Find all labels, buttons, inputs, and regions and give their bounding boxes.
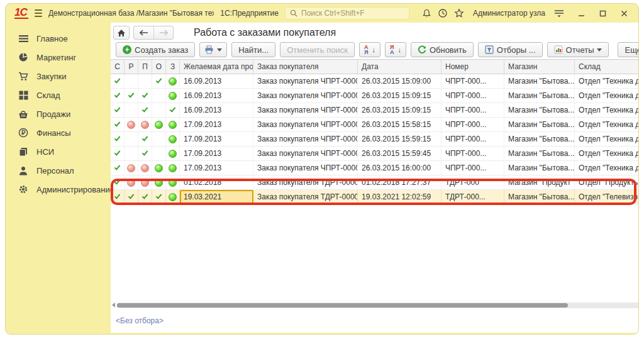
sidebar-item-закупки[interactable]: Закупки <box>6 67 111 86</box>
cell-wish_date[interactable]: 16.09.2013 <box>180 103 253 117</box>
sidebar-item-администрирование[interactable]: Администрирование <box>6 180 111 199</box>
cell-store[interactable]: Магазин "Бытова... <box>504 161 575 175</box>
cell-number[interactable]: ТДРТ-000 <box>441 175 504 189</box>
table-row[interactable]: 17.09.2013Заказ покупателя ЧПРТ-00000...… <box>111 132 639 147</box>
cell-wish_date[interactable]: 01.02.2018 <box>180 175 253 189</box>
notifications-bell-icon[interactable] <box>422 8 431 19</box>
cell-store[interactable]: Магазин "Бытова... <box>504 74 575 88</box>
cell-date[interactable]: 26.03.2015 15:59:45 <box>358 147 441 160</box>
cell-date[interactable]: 26.03.2015 15:09:00 <box>358 74 441 88</box>
sidebar-item-склад[interactable]: Склад <box>6 86 111 104</box>
refresh-button[interactable]: Обновить <box>411 42 474 57</box>
column-header[interactable]: Желаемая дата продажи <box>180 60 253 74</box>
cell-store[interactable]: Магазин "Бытова... <box>504 89 575 103</box>
cell-order[interactable]: Заказ покупателя ЧПРТ-00000... <box>253 74 358 88</box>
cell-number[interactable]: ТДРТ-000... <box>441 190 504 204</box>
cell-order[interactable]: Заказ покупателя ТДРТ-000001... <box>253 190 358 204</box>
cell-number[interactable]: ЧПРТ-000... <box>441 118 504 131</box>
print-button[interactable] <box>199 42 227 57</box>
cell-warehouse[interactable]: Отдел "Техника д <box>575 103 639 117</box>
cell-warehouse[interactable]: Отдел "Телевизо <box>575 190 639 204</box>
table-row[interactable]: 16.09.2013Заказ покупателя ЧПРТ-00000...… <box>111 103 639 118</box>
cell-order[interactable]: Заказ покупателя ЧПРТ-00000... <box>253 89 358 103</box>
table-row[interactable]: 17.09.2013Заказ покупателя ЧПРТ-00000...… <box>111 161 639 175</box>
column-header[interactable]: Склад <box>575 60 639 74</box>
maximize-icon[interactable] <box>597 8 608 19</box>
cell-wish_date[interactable]: 16.09.2013 <box>180 89 253 103</box>
cell-store[interactable]: Магазин "Бытова... <box>504 132 575 146</box>
cell-number[interactable]: ЧПРТ-000... <box>441 161 504 175</box>
cell-store[interactable]: Магазин "Продукт <box>504 175 575 189</box>
table-row[interactable]: 17.09.2013Заказ покупателя ЧПРТ-00000...… <box>111 118 639 132</box>
table-row[interactable]: 01.02.2018Заказ покупателя ТДРТ-00000101… <box>111 175 639 190</box>
column-header[interactable]: С <box>111 60 125 74</box>
cell-warehouse[interactable]: Отдел "Техника д <box>575 161 639 175</box>
cell-number[interactable]: ЧПРТ-000... <box>441 89 504 103</box>
current-user[interactable]: Администратор узла <box>473 9 545 18</box>
cell-warehouse[interactable]: Отдел "Техника д <box>575 89 639 103</box>
sidebar-item-продажи[interactable]: Продажи <box>6 104 111 123</box>
cell-order[interactable]: Заказ покупателя ЧПРТ-00000... <box>253 118 358 131</box>
column-header[interactable]: Магазин <box>504 60 575 74</box>
minimize-icon[interactable] <box>575 8 587 19</box>
back-button[interactable] <box>134 26 153 39</box>
column-header[interactable]: Заказ покупателя <box>253 60 358 74</box>
sidebar-item-финансы[interactable]: Финансы <box>6 123 111 142</box>
cell-store[interactable]: Магазин "Бытова... <box>504 190 575 204</box>
create-order-button[interactable]: + Создать заказ <box>116 42 195 57</box>
service-menu-icon[interactable] <box>554 8 564 19</box>
scrollbar-track[interactable] <box>116 303 639 308</box>
table-row[interactable]: 19.03.2021Заказ покупателя ТДРТ-000001..… <box>111 190 639 204</box>
main-menu-icon[interactable] <box>35 9 42 17</box>
table-row[interactable]: 16.09.2013Заказ покупателя ЧПРТ-00000...… <box>111 74 639 89</box>
filters-button[interactable]: Отборы ... <box>478 42 543 57</box>
cell-order[interactable]: Заказ покупателя ТДРТ-000001 <box>253 175 358 189</box>
cell-date[interactable]: 26.03.2015 15:58:15 <box>358 118 441 131</box>
favorites-star-icon[interactable] <box>454 8 464 19</box>
cell-date[interactable]: 26.03.2015 15:09:15 <box>358 89 441 103</box>
cell-order[interactable]: Заказ покупателя ЧПРТ-00000... <box>253 147 358 160</box>
cell-store[interactable]: Магазин "Бытова... <box>504 147 575 160</box>
scrollbar-thumb[interactable] <box>117 303 568 308</box>
forward-button[interactable] <box>153 26 173 39</box>
cell-warehouse[interactable]: Отдел "Техника д <box>575 132 639 146</box>
search-input[interactable] <box>301 9 404 18</box>
cell-date[interactable]: 26.03.2015 16:00:00 <box>358 161 441 175</box>
cell-number[interactable]: ЧПРТ-000... <box>441 147 504 160</box>
cell-wish_date[interactable]: 16.09.2013 <box>180 74 253 88</box>
column-header[interactable]: З <box>166 60 180 74</box>
cell-number[interactable]: ЧПРТ-000... <box>441 132 504 146</box>
cell-date[interactable]: 26.03.2015 15:59:15 <box>358 132 441 146</box>
cell-warehouse[interactable]: Отдел "Техника д <box>575 74 639 88</box>
sidebar-item-маркетинг[interactable]: Маркетинг <box>6 48 111 67</box>
cell-store[interactable]: Магазин "Бытова... <box>504 103 575 117</box>
cell-warehouse[interactable]: Отдел "Техника д <box>575 147 639 160</box>
sidebar-item-нси[interactable]: НСИ <box>6 142 111 161</box>
cancel-search-button[interactable]: Отменить поиск <box>280 42 355 57</box>
sidebar-item-главное[interactable]: Главное <box>6 29 111 48</box>
close-window-icon[interactable] <box>618 8 630 19</box>
cell-number[interactable]: ЧПРТ-000... <box>441 74 504 88</box>
cell-order[interactable]: Заказ покупателя ЧПРТ-00000... <box>253 161 358 175</box>
scroll-left-icon[interactable] <box>112 303 115 308</box>
cell-warehouse[interactable]: Отдел "Техника д <box>575 118 639 131</box>
column-header[interactable]: Дата <box>358 60 441 74</box>
home-button[interactable] <box>113 26 130 40</box>
history-icon[interactable] <box>438 8 448 19</box>
sort-descending-button[interactable]: Я А ↓ <box>385 42 406 57</box>
horizontal-scrollbar[interactable] <box>112 301 639 309</box>
reports-button[interactable]: Отчеты <box>547 42 609 57</box>
sidebar-item-персонал[interactable]: Персонал <box>6 161 111 180</box>
column-header[interactable]: Номер <box>441 60 504 74</box>
cell-wish_date[interactable]: 17.09.2013 <box>180 147 253 160</box>
column-header[interactable]: Р <box>125 60 138 74</box>
cell-warehouse[interactable]: Отдел "Продукть <box>575 175 639 189</box>
cell-number[interactable]: ЧПРТ-000... <box>441 103 504 117</box>
cell-order[interactable]: Заказ покупателя ЧПРТ-00000... <box>253 132 358 146</box>
global-search[interactable] <box>285 7 409 19</box>
filter-status-link[interactable]: <Без отбора> <box>116 316 164 325</box>
more-button[interactable]: Еще <box>618 42 639 57</box>
column-header[interactable]: О <box>152 60 166 74</box>
cell-wish_date[interactable]: 17.09.2013 <box>180 118 253 131</box>
cell-date[interactable]: 01.02.2018 17:27:37 <box>358 175 441 189</box>
